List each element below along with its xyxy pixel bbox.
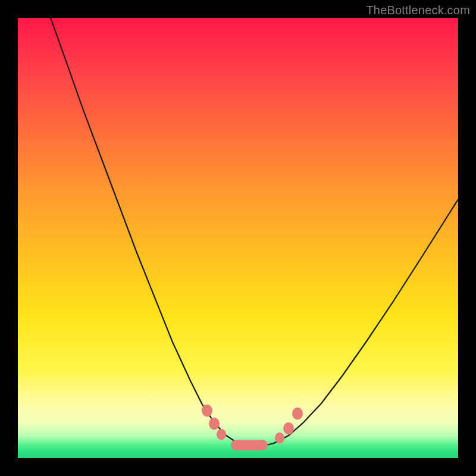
marker-dot	[275, 433, 284, 443]
marker-dot	[217, 429, 226, 440]
marker-dot	[202, 405, 212, 417]
marker-dot	[209, 418, 220, 430]
optimal-zone-markers	[202, 405, 303, 450]
bottleneck-curve	[51, 18, 458, 446]
curve-svg	[18, 18, 458, 458]
watermark-text: TheBottleneck.com	[366, 4, 470, 17]
plot-gradient-area	[18, 18, 458, 458]
marker-dot	[292, 408, 303, 420]
outer-black-frame: TheBottleneck.com	[0, 0, 476, 476]
marker-dot	[283, 422, 294, 435]
marker-capsule	[231, 440, 268, 450]
